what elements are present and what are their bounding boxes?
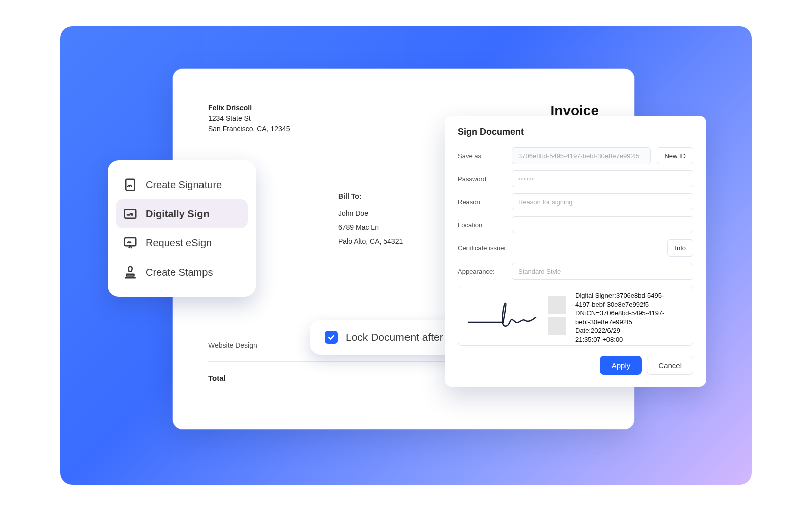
info-button[interactable]: Info	[667, 239, 693, 257]
menu-label: Request eSign	[146, 237, 212, 249]
saveas-input[interactable]: 3706e8bd-5495-4197-bebf-30e8e7e992f5	[512, 147, 651, 164]
invoice-from-name: Felix Driscoll	[208, 103, 290, 113]
meta-line: Date:2022/6/29	[575, 326, 690, 335]
password-input[interactable]: ••••••	[512, 170, 693, 187]
dialog-title: Sign Document	[458, 127, 693, 137]
apply-button[interactable]: Apply	[600, 356, 642, 375]
digital-sign-icon	[123, 206, 138, 221]
invoice-total-label: Total	[208, 374, 226, 382]
invoice-from-line2: San Francisco, CA, 12345	[208, 124, 290, 134]
signature-preview: Digital Signer:3706e8bd-5495- 4197-bebf-…	[458, 286, 693, 346]
meta-line: bebf-30e8e7e992f5	[575, 318, 690, 327]
appearance-select[interactable]: Standard Style	[512, 263, 693, 280]
menu-item-create-signature[interactable]: Create Signature	[116, 170, 248, 199]
check-icon	[327, 333, 335, 341]
menu-item-request-esign[interactable]: Request eSign	[116, 228, 248, 258]
cancel-button[interactable]: Cancel	[647, 356, 693, 375]
sign-document-dialog: Sign Document Save as 3706e8bd-5495-4197…	[445, 116, 706, 387]
menu-label: Create Signature	[146, 179, 222, 191]
saveas-label: Save as	[458, 152, 506, 160]
location-input[interactable]	[512, 216, 693, 233]
meta-line: DN:CN=3706e8bd-5495-4197-	[575, 309, 690, 318]
newid-button[interactable]: New ID	[657, 147, 693, 164]
reason-label: Reason	[458, 198, 506, 206]
qr-placeholder	[548, 286, 571, 345]
signature-graphic	[458, 286, 548, 345]
cert-label: Certificate issuer:	[458, 244, 508, 252]
signature-menu: Create Signature Digitally Sign Request …	[108, 160, 256, 297]
menu-item-create-stamps[interactable]: Create Stamps	[116, 258, 248, 287]
menu-label: Create Stamps	[146, 267, 213, 278]
request-esign-icon	[123, 235, 138, 250]
lock-checkbox[interactable]	[325, 331, 338, 344]
stage-background: Felix Driscoll 1234 State St San Francis…	[60, 26, 752, 485]
menu-label: Digitally Sign	[146, 208, 210, 220]
appearance-label: Appearance:	[458, 268, 506, 275]
reason-input[interactable]: Reason for signing	[512, 193, 693, 210]
location-label: Location	[458, 221, 506, 229]
meta-line: 4197-bebf-30e8e7e992f5	[575, 300, 690, 309]
password-label: Password	[458, 175, 506, 183]
signature-metadata: Digital Signer:3706e8bd-5495- 4197-bebf-…	[571, 286, 693, 345]
signature-icon	[123, 177, 138, 192]
meta-line: Digital Signer:3706e8bd-5495-	[575, 291, 690, 300]
menu-item-digitally-sign[interactable]: Digitally Sign	[116, 199, 248, 228]
handwritten-signature-icon	[466, 298, 541, 333]
invoice-line-item: Website Design	[208, 341, 257, 349]
invoice-from-line1: 1234 State St	[208, 113, 290, 124]
stamp-icon	[123, 265, 138, 280]
invoice-from-block: Felix Driscoll 1234 State St San Francis…	[208, 103, 290, 134]
meta-line: 21:35:07 +08:00	[575, 335, 690, 344]
